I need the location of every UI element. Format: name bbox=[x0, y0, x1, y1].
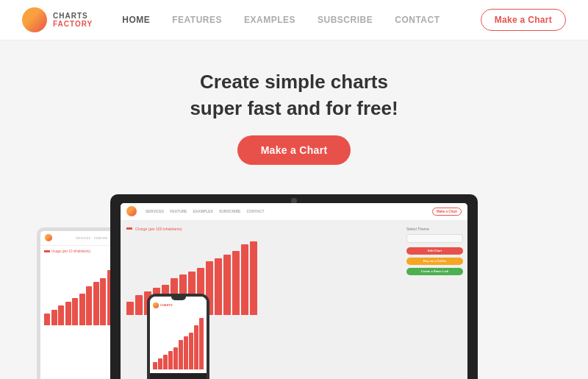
laptop-bar bbox=[241, 244, 248, 314]
laptop-coffee-btn[interactable]: Buy me a Coffee bbox=[406, 258, 463, 265]
tablet-bar bbox=[93, 282, 99, 325]
tablet-chart-legend bbox=[44, 250, 50, 252]
hero-section: Create simple charts super fast and for … bbox=[0, 40, 588, 180]
nav-link-examples[interactable]: EXAMPLES bbox=[244, 15, 295, 25]
phone-bar bbox=[184, 336, 188, 369]
laptop-edit-btn[interactable]: Edit Chart bbox=[406, 247, 463, 255]
laptop-nav-1: SERVICES bbox=[146, 209, 164, 213]
phone-bar bbox=[168, 351, 173, 369]
phone-logo-text: CHARTS bbox=[160, 303, 173, 307]
phone-bar bbox=[173, 347, 178, 369]
nav-link-subscribe[interactable]: SUBSCRIBE bbox=[318, 15, 373, 25]
phone-bar bbox=[194, 325, 198, 369]
nav-link-features[interactable]: FEATURES bbox=[172, 15, 222, 25]
laptop-sidebar: Select Theme Edit Chart Buy me a Coffee … bbox=[401, 221, 467, 379]
phone-notch bbox=[171, 297, 186, 300]
phone-bar bbox=[189, 333, 193, 369]
laptop-bar bbox=[232, 251, 240, 314]
tablet-nav-link-1: SERVICES bbox=[76, 236, 90, 240]
laptop-bar bbox=[250, 241, 257, 315]
tablet-bar bbox=[58, 305, 64, 325]
logo-text: CHARTS FACTORY bbox=[53, 12, 93, 28]
phone-logo-icon bbox=[153, 302, 159, 308]
hero-headline: Create simple charts super fast and for … bbox=[0, 68, 588, 122]
logo-charts: CHARTS bbox=[53, 12, 93, 20]
nav-link-home[interactable]: HOME bbox=[122, 15, 150, 25]
laptop-bar bbox=[223, 255, 231, 315]
phone-logo-row: CHARTS bbox=[150, 302, 207, 308]
laptop-nav-4: SUBSCRIBE bbox=[219, 209, 240, 213]
logo[interactable]: CHARTS FACTORY bbox=[22, 7, 93, 32]
logo-icon bbox=[22, 7, 47, 32]
nav-link-contact[interactable]: CONTACT bbox=[395, 15, 440, 25]
tablet-bar bbox=[65, 302, 71, 325]
navbar: CHARTS FACTORY HOME FEATURES EXAMPLES SU… bbox=[0, 0, 588, 40]
laptop-nav-2: FEATURE bbox=[170, 209, 187, 213]
phone-screen: CHARTS Want to do... bbox=[150, 297, 207, 379]
tablet-bar bbox=[86, 286, 92, 325]
laptop-navbar: SERVICES FEATURE EXAMPLES SUBSCRIBE CONT… bbox=[121, 203, 467, 221]
tablet-bar bbox=[72, 298, 78, 325]
tablet-bar bbox=[79, 294, 85, 325]
navbar-cta-button[interactable]: Make a Chart bbox=[481, 9, 566, 31]
laptop-theme-input[interactable] bbox=[406, 234, 463, 243]
nav-links: HOME FEATURES EXAMPLES SUBSCRIBE CONTACT bbox=[122, 15, 480, 25]
tablet-logo bbox=[45, 234, 52, 241]
phone-body: CHARTS Want to do... bbox=[147, 294, 209, 379]
laptop-logo-icon bbox=[126, 206, 137, 216]
hero-headline-line2: super fast and for free! bbox=[190, 97, 398, 119]
laptop-chart-title: Charge (per 100 inhabitants) bbox=[126, 227, 395, 231]
phone-bar bbox=[153, 362, 157, 369]
tablet-bar bbox=[51, 310, 57, 325]
phone-bars bbox=[150, 311, 207, 369]
logo-factory: FACTORY bbox=[53, 20, 93, 28]
laptop-nav-3: EXAMPLES bbox=[193, 209, 213, 213]
tablet-bar bbox=[100, 278, 106, 325]
phone-bar bbox=[179, 340, 183, 369]
laptop-bar bbox=[126, 302, 134, 315]
laptop-sidebar-theme-label: Select Theme bbox=[406, 227, 463, 231]
phone-bar bbox=[199, 318, 204, 369]
hero-headline-line1: Create simple charts bbox=[200, 71, 388, 93]
phone: CHARTS Want to do... bbox=[147, 294, 209, 379]
tablet-logo-icon bbox=[45, 234, 52, 241]
phone-bar bbox=[163, 355, 168, 369]
tablet-nav-link-2: FEATURE bbox=[94, 236, 107, 240]
laptop-nav-cta[interactable]: Make a Chart bbox=[432, 208, 462, 216]
phone-bar bbox=[158, 358, 162, 369]
hero-cta-button[interactable]: Make a Chart bbox=[237, 135, 351, 165]
laptop-bar bbox=[215, 258, 222, 315]
phone-bottom: Want to do... bbox=[150, 373, 207, 379]
laptop-nav-links: SERVICES FEATURE EXAMPLES SUBSCRIBE CONT… bbox=[146, 209, 423, 213]
laptop-share-btn[interactable]: Create a Share Link bbox=[406, 268, 463, 275]
laptop-bar bbox=[135, 295, 143, 315]
devices-section: SERVICES FEATURE EXAMPLES Make a Chart U… bbox=[0, 187, 588, 379]
laptop-nav-5: CONTACT bbox=[246, 209, 264, 213]
tablet-bar bbox=[44, 314, 50, 325]
